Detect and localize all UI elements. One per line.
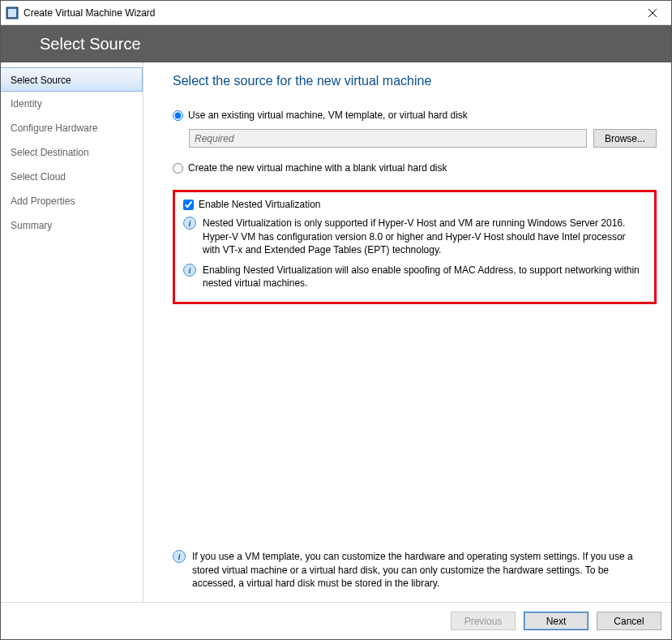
wizard-steps-sidebar: Select Source Identity Configure Hardwar… xyxy=(1,62,143,602)
browse-button[interactable]: Browse... xyxy=(593,129,657,148)
window-title: Create Virtual Machine Wizard xyxy=(24,7,156,19)
radio-blank-disk-input[interactable] xyxy=(173,163,183,174)
radio-use-existing-input[interactable] xyxy=(173,110,183,121)
radio-use-existing[interactable]: Use an existing virtual machine, VM temp… xyxy=(173,110,657,121)
main-content: Select the source for the new virtual ma… xyxy=(143,62,671,602)
info-icon: i xyxy=(173,550,186,563)
wizard-banner: Select Source xyxy=(1,25,671,62)
close-button[interactable] xyxy=(634,1,671,25)
sidebar-item-add-properties[interactable]: Add Properties xyxy=(1,189,143,213)
sidebar-item-summary[interactable]: Summary xyxy=(1,213,143,238)
sidebar-item-configure-hardware[interactable]: Configure Hardware xyxy=(1,116,143,140)
source-path-placeholder: Required xyxy=(195,133,234,144)
sidebar-item-select-destination[interactable]: Select Destination xyxy=(1,140,143,165)
radio-blank-disk-label: Create the new virtual machine with a bl… xyxy=(188,162,447,174)
app-icon xyxy=(6,6,19,19)
checkbox-enable-nested-input[interactable] xyxy=(183,200,194,210)
source-path-field[interactable]: Required xyxy=(189,129,587,148)
nested-info-text-1: Nested Virtualization is only supported … xyxy=(203,217,644,257)
wizard-actions: Previous Next Cancel xyxy=(1,602,671,639)
cancel-button-label: Cancel xyxy=(614,616,644,627)
browse-button-label: Browse... xyxy=(605,133,645,144)
info-icon: i xyxy=(183,264,196,277)
sidebar-item-select-cloud[interactable]: Select Cloud xyxy=(1,165,143,189)
svg-rect-1 xyxy=(8,9,16,17)
radio-use-existing-label: Use an existing virtual machine, VM temp… xyxy=(188,110,468,121)
banner-title: Select Source xyxy=(40,35,141,54)
nested-info-text-2: Enabling Nested Virtualization will also… xyxy=(203,264,644,290)
next-button[interactable]: Next xyxy=(524,612,589,630)
sidebar-item-select-source[interactable]: Select Source xyxy=(1,67,143,92)
radio-blank-disk[interactable]: Create the new virtual machine with a bl… xyxy=(173,162,657,174)
checkbox-enable-nested[interactable]: Enable Nested Virtualization xyxy=(183,199,644,210)
previous-button-label: Previous xyxy=(464,616,503,627)
sidebar-item-identity[interactable]: Identity xyxy=(1,92,143,116)
nested-virtualization-highlight: Enable Nested Virtualization i Nested Vi… xyxy=(173,190,657,304)
page-heading: Select the source for the new virtual ma… xyxy=(173,74,657,88)
title-bar: Create Virtual Machine Wizard xyxy=(1,1,671,25)
next-button-label: Next xyxy=(546,616,567,627)
previous-button: Previous xyxy=(451,612,516,630)
checkbox-enable-nested-label: Enable Nested Virtualization xyxy=(199,199,321,210)
footer-info-text: If you use a VM template, you can custom… xyxy=(192,550,650,591)
cancel-button[interactable]: Cancel xyxy=(597,612,661,630)
info-icon: i xyxy=(183,217,196,230)
